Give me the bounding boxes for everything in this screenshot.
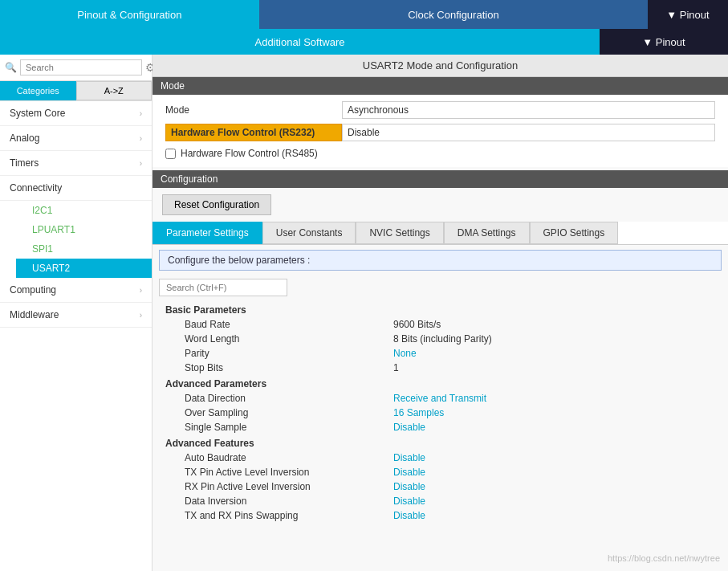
content-area: USART2 Mode and Configuration Mode Mode … bbox=[153, 55, 728, 571]
parameter-tabs: Parameter Settings User Constants NVIC S… bbox=[153, 222, 728, 245]
tab-gpio-settings[interactable]: GPIO Settings bbox=[530, 222, 619, 244]
basic-params-label: Basic Parameters bbox=[159, 301, 722, 317]
clock-config-label: Clock Configuration bbox=[408, 9, 498, 21]
sidebar-item-middleware[interactable]: Middleware › bbox=[0, 303, 152, 328]
sidebar-item-usart2[interactable]: USART2 bbox=[16, 259, 152, 278]
tab-parameter-settings[interactable]: Parameter Settings bbox=[153, 222, 262, 244]
mode-row: Mode Asynchronous bbox=[165, 101, 715, 119]
sidebar-item-lpuart1[interactable]: LPUART1 bbox=[16, 220, 152, 239]
sidebar-item-timers[interactable]: Timers › bbox=[0, 151, 152, 176]
advanced-params-label: Advanced Parameters bbox=[159, 375, 722, 391]
sidebar-items-list: System Core › Analog › Timers › Connecti… bbox=[0, 101, 152, 571]
pinout-config-label: Pinout & Configuration bbox=[77, 9, 181, 21]
sidebar-item-label: Computing bbox=[10, 284, 56, 296]
tab-dma-settings[interactable]: DMA Settings bbox=[444, 222, 530, 244]
hw-flow-rs485-checkbox[interactable] bbox=[165, 149, 176, 159]
chevron-right-icon: › bbox=[140, 311, 142, 320]
sidebar-item-spi1[interactable]: SPI1 bbox=[16, 239, 152, 259]
table-row: Over Sampling 16 Samples bbox=[159, 406, 722, 420]
search-icon: 🔍 bbox=[5, 62, 17, 73]
tab-az[interactable]: A->Z bbox=[76, 81, 153, 100]
table-row: Single Sample Disable bbox=[159, 420, 722, 434]
additional-software-label: Additional Software bbox=[0, 36, 600, 48]
hw-flow-rs485-label: Hardware Flow Control (RS485) bbox=[181, 148, 318, 159]
table-row: Stop Bits 1 bbox=[159, 361, 722, 375]
connectivity-submenu: I2C1 LPUART1 SPI1 USART2 bbox=[0, 201, 152, 278]
chevron-right-icon: › bbox=[140, 134, 142, 143]
mode-value: Asynchronous bbox=[342, 101, 715, 119]
sidebar-item-label: System Core bbox=[10, 108, 65, 119]
table-row: Parity None bbox=[159, 346, 722, 361]
sidebar-item-label: Connectivity bbox=[10, 182, 62, 194]
mode-section-header: Mode bbox=[153, 77, 728, 95]
tab-categories[interactable]: Categories bbox=[0, 81, 76, 100]
pinout-right-button[interactable]: ▼ Pinout bbox=[648, 0, 728, 29]
sidebar-item-analog[interactable]: Analog › bbox=[0, 126, 152, 151]
hw-flow-rs232-value: Disable bbox=[342, 124, 715, 141]
pinout-btn-label: ▼ Pinout bbox=[642, 36, 685, 48]
config-section-header: Configuration bbox=[153, 170, 728, 188]
config-section: Configuration Reset Configuration Parame… bbox=[153, 170, 728, 523]
configure-info: Configure the below parameters : bbox=[159, 250, 722, 271]
hw-flow-rs232-row: Hardware Flow Control (RS232) Disable bbox=[165, 124, 715, 141]
chevron-right-icon: › bbox=[140, 109, 142, 118]
table-row: RX Pin Active Level Inversion Disable bbox=[159, 479, 722, 494]
sidebar-item-computing[interactable]: Computing › bbox=[0, 278, 152, 303]
table-row: TX and RX Pins Swapping Disable bbox=[159, 508, 722, 523]
chevron-right-icon: › bbox=[140, 159, 142, 168]
clock-config-tab[interactable]: Clock Configuration bbox=[259, 0, 648, 29]
sidebar: 🔍 ⚙ Categories A->Z System Core › Analog… bbox=[0, 55, 153, 571]
watermark: https://blog.csdn.net/nwytree bbox=[608, 553, 720, 563]
advanced-features-label: Advanced Features bbox=[159, 434, 722, 451]
pinout-btn[interactable]: ▼ Pinout bbox=[600, 29, 728, 55]
pinout-right-label: ▼ Pinout bbox=[666, 9, 709, 21]
search-param-input[interactable] bbox=[159, 279, 287, 296]
sidebar-item-label: Middleware bbox=[10, 309, 59, 320]
params-table: Basic Parameters Baud Rate 9600 Bits/s W… bbox=[153, 301, 728, 523]
sidebar-item-i2c1[interactable]: I2C1 bbox=[16, 201, 152, 220]
table-row: Word Length 8 Bits (including Parity) bbox=[159, 332, 722, 346]
tab-nvic-settings[interactable]: NVIC Settings bbox=[356, 222, 443, 244]
table-row: TX Pin Active Level Inversion Disable bbox=[159, 465, 722, 479]
sidebar-tabs: Categories A->Z bbox=[0, 81, 152, 101]
mode-content: Mode Asynchronous Hardware Flow Control … bbox=[153, 95, 728, 167]
chevron-right-icon: › bbox=[140, 286, 142, 295]
mode-label: Mode bbox=[165, 104, 342, 116]
hw-flow-rs232-label: Hardware Flow Control (RS232) bbox=[165, 124, 342, 141]
tab-user-constants[interactable]: User Constants bbox=[262, 222, 356, 244]
reset-config-button[interactable]: Reset Configuration bbox=[162, 194, 271, 215]
mode-section: Mode Mode Asynchronous Hardware Flow Con… bbox=[153, 77, 728, 167]
pinout-config-tab[interactable]: Pinout & Configuration bbox=[0, 0, 259, 29]
table-row: Data Direction Receive and Transmit bbox=[159, 391, 722, 406]
sidebar-item-connectivity[interactable]: Connectivity bbox=[0, 176, 152, 201]
content-header: USART2 Mode and Configuration bbox=[153, 55, 728, 77]
search-input[interactable] bbox=[20, 59, 142, 75]
sidebar-item-label: Analog bbox=[10, 133, 39, 144]
table-row: Baud Rate 9600 Bits/s bbox=[159, 317, 722, 332]
sidebar-item-system-core[interactable]: System Core › bbox=[0, 101, 152, 126]
hw-flow-rs485-row: Hardware Flow Control (RS485) bbox=[165, 146, 715, 161]
sidebar-item-label: Timers bbox=[10, 157, 39, 169]
table-row: Auto Baudrate Disable bbox=[159, 451, 722, 465]
table-row: Data Inversion Disable bbox=[159, 494, 722, 508]
sidebar-search-bar: 🔍 ⚙ bbox=[0, 55, 152, 81]
